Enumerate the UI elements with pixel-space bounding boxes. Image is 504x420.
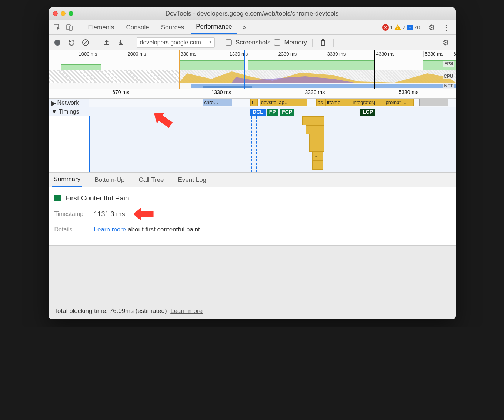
network-item[interactable]: f: [250, 99, 258, 106]
save-profile-button[interactable]: [116, 37, 126, 48]
details-label: Details: [54, 226, 90, 233]
network-item[interactable]: integrator.j: [351, 99, 384, 106]
recording-selector[interactable]: developers.google.com…: [137, 37, 215, 48]
tab-bottom-up[interactable]: Bottom-Up: [93, 173, 126, 187]
cpu-lane: CPU: [49, 70, 456, 83]
timing-marker-fcp[interactable]: FCP: [280, 109, 294, 116]
inspect-element-icon[interactable]: [51, 22, 63, 33]
network-item[interactable]: iframe_: [326, 99, 351, 106]
tab-performance[interactable]: Performance: [191, 20, 237, 34]
capture-settings-icon[interactable]: ⚙: [440, 38, 452, 47]
ruler-tick: 1330 ms: [228, 51, 248, 57]
window-title: DevTools - developers.google.com/web/too…: [49, 10, 456, 17]
long-task-bar[interactable]: [306, 125, 324, 134]
message-icon: ≡: [407, 25, 413, 30]
network-item[interactable]: chro…: [203, 99, 232, 106]
timing-marker-fp[interactable]: FP: [267, 109, 278, 116]
timings-track-content[interactable]: DCL FP FCP LCP: [89, 107, 456, 116]
annotation-arrow-icon: [152, 113, 173, 126]
timings-body[interactable]: l…: [89, 116, 456, 172]
ruler-tick: 2000 ms: [126, 51, 146, 57]
separator: [79, 23, 79, 31]
ruler-tick: 3330 ms: [305, 89, 325, 95]
separator: [220, 39, 220, 47]
learn-more-link[interactable]: Learn more: [170, 307, 203, 314]
memory-label: Memory: [284, 39, 307, 46]
ruler-tick: 1000 ms: [77, 51, 97, 57]
network-item[interactable]: [419, 99, 448, 106]
annotation-arrow-icon: [133, 207, 154, 221]
status-icons: ×1 2 ≡70: [382, 24, 420, 31]
svg-line-4: [83, 40, 88, 45]
learn-more-link[interactable]: Learn more: [94, 226, 126, 233]
timing-marker-dcl[interactable]: DCL: [250, 109, 266, 116]
selection-marker[interactable]: [244, 50, 245, 89]
performance-toolbar: developers.google.com… Screenshots Memor…: [49, 35, 456, 50]
marker-line: [363, 116, 363, 172]
tab-sources[interactable]: Sources: [156, 21, 189, 34]
more-menu-icon[interactable]: ⋮: [440, 23, 453, 32]
separator: [96, 39, 96, 47]
ruler-tick: –670 ms: [110, 89, 130, 95]
timings-track-header[interactable]: ▼ Timings: [49, 107, 89, 116]
net-lane: NET: [49, 83, 456, 89]
timings-track: ▼ Timings DCL FP FCP LCP: [49, 107, 456, 116]
record-button[interactable]: [52, 37, 63, 48]
long-task-bar[interactable]: l…: [312, 152, 323, 161]
screenshots-label: Screenshots: [236, 39, 271, 46]
network-track: ▶ Network chro… f devsite_ap… as iframe_…: [49, 99, 456, 107]
load-profile-button[interactable]: [101, 37, 112, 48]
traffic-lights: [53, 11, 73, 16]
marker-line: [251, 116, 252, 172]
ruler-tick: 5330 ms: [399, 89, 419, 95]
tab-console[interactable]: Console: [121, 21, 154, 34]
tab-summary[interactable]: Summary: [52, 173, 82, 187]
tab-elements[interactable]: Elements: [83, 21, 120, 34]
details-tabs: Summary Bottom-Up Call Tree Event Log: [49, 173, 456, 187]
summary-panel: First Contentful Paint Timestamp 1131.3 …: [49, 187, 456, 245]
ruler-tick: 5330 ms: [423, 51, 444, 57]
network-track-content[interactable]: chro… f devsite_ap… as iframe_ integrato…: [89, 99, 456, 107]
long-task-bar[interactable]: [312, 161, 323, 170]
more-tabs-button[interactable]: »: [238, 23, 250, 31]
minimize-window-button[interactable]: [61, 11, 66, 16]
garbage-collect-button[interactable]: [318, 37, 328, 48]
warning-icon: [394, 24, 401, 30]
maximize-window-button[interactable]: [69, 11, 73, 16]
overview-ruler: 1000 ms 2000 ms 330 ms 1330 ms 2330 ms 3…: [49, 50, 456, 59]
window-titlebar: DevTools - developers.google.com/web/too…: [49, 7, 456, 20]
devtools-window: DevTools - developers.google.com/web/too…: [49, 7, 456, 319]
timing-marker-lcp[interactable]: LCP: [360, 109, 375, 116]
overview-timeline[interactable]: 1000 ms 2000 ms 330 ms 1330 ms 2330 ms 3…: [49, 50, 456, 99]
fps-label: FPS: [443, 61, 454, 67]
error-count[interactable]: ×1: [382, 24, 393, 31]
separator: [312, 39, 313, 47]
ruler-tick: 633: [452, 51, 456, 57]
network-item[interactable]: devsite_ap…: [260, 99, 307, 106]
tab-event-log[interactable]: Event Log: [177, 173, 208, 187]
separator: [333, 39, 334, 47]
long-task-bar[interactable]: [309, 134, 324, 143]
event-name: First Contentful Paint: [66, 194, 131, 202]
panel-tabs: Elements Console Sources Performance » ×…: [49, 20, 456, 35]
long-task-bar[interactable]: [302, 116, 324, 125]
timestamp-label: Timestamp: [54, 211, 90, 217]
network-track-header[interactable]: ▶ Network: [49, 99, 89, 107]
screenshots-checkbox[interactable]: [226, 39, 232, 46]
network-item[interactable]: as: [316, 99, 326, 106]
device-toolbar-icon[interactable]: [64, 22, 75, 33]
settings-icon[interactable]: ⚙: [425, 23, 438, 32]
reload-record-button[interactable]: [66, 37, 77, 48]
memory-checkbox[interactable]: [274, 39, 280, 46]
long-task-bar[interactable]: [309, 143, 324, 152]
chevron-right-icon: ▶: [51, 100, 56, 107]
cpu-label: CPU: [443, 73, 454, 79]
message-count[interactable]: ≡70: [407, 24, 420, 30]
network-item[interactable]: prompt …: [384, 99, 413, 106]
flame-chart[interactable]: ▶ Network chro… f devsite_ap… as iframe_…: [49, 99, 456, 173]
tab-call-tree[interactable]: Call Tree: [137, 173, 165, 187]
close-window-button[interactable]: [53, 11, 58, 16]
blocking-time-text: Total blocking time: 76.09ms (estimated): [54, 307, 167, 314]
clear-button[interactable]: [80, 37, 91, 48]
warning-count[interactable]: 2: [394, 24, 405, 30]
